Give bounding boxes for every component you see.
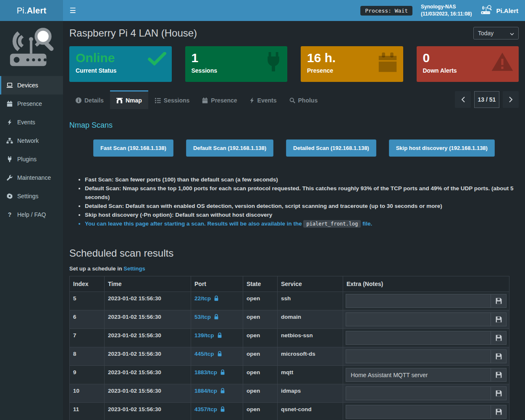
sidebar-item-label: Help / FAQ xyxy=(17,211,46,218)
tab-details[interactable]: Details xyxy=(69,90,110,109)
tab-label: Presence xyxy=(211,97,237,104)
status-card-presence: 16 h.Presence xyxy=(301,46,403,82)
log-filename-chip: pialert_front.log xyxy=(303,220,361,228)
cell-time: 2023-01-02 15:56:30 xyxy=(105,347,191,366)
save-note-button[interactable] xyxy=(491,312,507,326)
lock-icon xyxy=(220,388,225,395)
note-input[interactable] xyxy=(346,386,491,400)
note-input[interactable] xyxy=(346,294,491,308)
tab-sessions[interactable]: Sessions xyxy=(148,90,196,109)
cell-time: 2023-01-02 15:56:30 xyxy=(105,366,191,384)
port-link[interactable]: 1883/tcp xyxy=(194,369,217,375)
save-note-button[interactable] xyxy=(491,349,507,363)
cell-time: 2023-01-02 15:56:30 xyxy=(105,310,191,329)
note-input[interactable] xyxy=(346,331,491,345)
search-icon xyxy=(289,97,295,103)
lock-icon xyxy=(217,352,222,358)
column-header-state: State xyxy=(243,276,278,292)
port-link[interactable]: 53/tcp xyxy=(194,314,211,320)
calendar-icon xyxy=(378,52,398,74)
tab-pholus[interactable]: Pholus xyxy=(283,90,324,109)
cell-index: 6 xyxy=(70,310,105,329)
check-icon xyxy=(148,52,166,67)
list-ol-icon xyxy=(155,98,161,103)
brand-bold: Alert xyxy=(27,6,47,16)
scan-button-3[interactable]: Skip host discovery (192.168.1.138) xyxy=(389,139,495,157)
scan-button-1[interactable]: Default Scan (192.168.1.138) xyxy=(186,139,273,157)
sidebar-toggle-button[interactable]: ☰ xyxy=(63,0,82,21)
note-input-group xyxy=(346,331,507,345)
column-header-extra-notes: Extra (Notes) xyxy=(343,276,509,292)
table-row: 92023-01-02 15:56:301883/tcpopenmqtt xyxy=(70,366,509,384)
save-note-button[interactable] xyxy=(491,331,507,345)
save-note-button[interactable] xyxy=(491,368,507,382)
device-tabs: DetailsNmapSessionsPresenceEventsPholus … xyxy=(69,90,519,109)
table-row: 72023-01-02 15:56:30139/tcpopennetbios-s… xyxy=(70,329,509,347)
port-link[interactable]: 1884/tcp xyxy=(194,388,217,394)
chevron-down-icon xyxy=(510,30,514,37)
scheduled-results-heading: Scheduled scan results xyxy=(69,247,519,259)
pialert-logo-image xyxy=(0,21,63,76)
note-text: You can leave this page after starting a… xyxy=(85,220,302,227)
port-link[interactable]: 22/tcp xyxy=(194,295,211,302)
tab-presence[interactable]: Presence xyxy=(196,90,243,109)
brand-logo[interactable]: Pi.Alert xyxy=(0,0,63,21)
sidebar-item-presence[interactable]: Presence xyxy=(0,94,63,113)
sitemap-icon xyxy=(6,138,13,144)
cell-time: 2023-01-02 15:56:30 xyxy=(105,292,191,310)
cell-service: qsnet-cond xyxy=(278,403,343,420)
scan-button-2[interactable]: Detailed Scan (192.168.1.138) xyxy=(286,139,376,157)
note-input[interactable] xyxy=(346,405,491,419)
plug-icon xyxy=(265,52,282,73)
question-icon: ? xyxy=(6,211,13,218)
page-title: Raspberry Pi 4 LAN (House) xyxy=(69,27,197,39)
sidebar-item-maintenance[interactable]: Maintenance xyxy=(0,168,63,187)
sidebar-item-label: Settings xyxy=(17,193,39,200)
cell-service: netbios-ssn xyxy=(278,329,343,347)
settings-link[interactable]: Settings xyxy=(123,265,145,272)
sidebar-item-plugins[interactable]: Plugins xyxy=(0,150,63,168)
note-input[interactable] xyxy=(346,349,491,363)
port-link[interactable]: 139/tcp xyxy=(194,332,214,339)
scan-info-bullet: Default Scan: Nmap scans the top 1,000 p… xyxy=(85,184,519,202)
save-note-button[interactable] xyxy=(491,294,507,308)
schedule-subtext: Set up a schedule in Settings xyxy=(69,265,519,272)
sidebar-item-network[interactable]: Network xyxy=(0,131,63,150)
cell-state: open xyxy=(243,329,278,347)
save-note-button[interactable] xyxy=(491,386,507,400)
scan-info-bullet: Detailed Scan: Default scan with enabled… xyxy=(85,202,519,210)
table-row: 52023-01-02 15:56:3022/tcpopenssh xyxy=(70,292,509,310)
cell-time: 2023-01-02 15:56:30 xyxy=(105,384,191,403)
scan-button-0[interactable]: Fast Scan (192.168.1.138) xyxy=(93,139,173,157)
table-row: 112023-01-02 15:56:304357/tcpopenqsnet-c… xyxy=(70,403,509,420)
save-note-button[interactable] xyxy=(491,405,507,419)
main-content: Raspberry Pi 4 LAN (House) Today OnlineC… xyxy=(63,21,525,420)
note-input[interactable] xyxy=(346,312,491,326)
port-link[interactable]: 4357/tcp xyxy=(194,406,217,412)
bolt-icon xyxy=(250,97,255,103)
pialert-router-icon xyxy=(480,5,493,17)
tab-label: Details xyxy=(84,97,104,104)
column-header-service: Service xyxy=(278,276,343,292)
tab-label: Events xyxy=(257,97,277,104)
process-status-badge: Process: Wait xyxy=(360,6,412,16)
cell-state: open xyxy=(243,366,278,384)
port-link[interactable]: 445/tcp xyxy=(194,351,214,357)
sidebar-item-label: Devices xyxy=(17,82,38,89)
sidebar-item-events[interactable]: Events xyxy=(0,113,63,131)
sidebar-item-label: Presence xyxy=(17,100,42,107)
sidebar-item-help-faq[interactable]: ?Help / FAQ xyxy=(0,205,63,224)
tab-events[interactable]: Events xyxy=(244,90,283,109)
period-select[interactable]: Today xyxy=(473,27,519,39)
prev-device-button[interactable] xyxy=(455,91,471,108)
cell-index: 7 xyxy=(70,329,105,347)
status-card-current-status: OnlineCurrent Status xyxy=(69,46,172,82)
next-device-button[interactable] xyxy=(503,91,519,108)
tab-nmap[interactable]: Nmap xyxy=(110,90,148,109)
calendar-icon xyxy=(6,101,13,107)
sidebar-item-settings[interactable]: Settings xyxy=(0,187,63,205)
note-input[interactable] xyxy=(346,368,491,382)
cell-note xyxy=(343,292,509,310)
gear-icon xyxy=(6,193,13,199)
sidebar-item-devices[interactable]: Devices xyxy=(0,76,63,94)
